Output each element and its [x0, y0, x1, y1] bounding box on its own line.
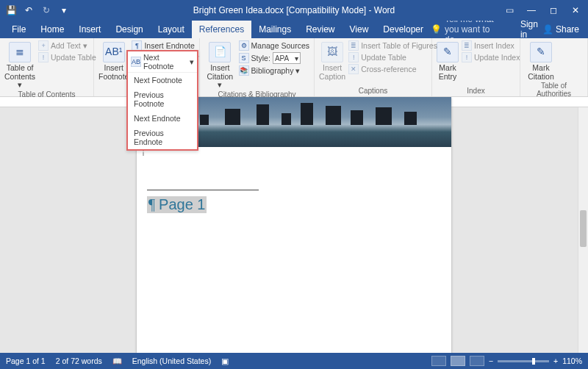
tab-file[interactable]: File — [4, 21, 33, 38]
update-tof-icon: ! — [348, 52, 359, 62]
next-footnote-icon: AB — [131, 57, 141, 67]
dropdown-selected[interactable]: ABNext Footnote ▾ — [128, 51, 197, 73]
mark-entry-icon: ✎ — [437, 42, 459, 62]
footnote-icon: AB¹ — [103, 42, 125, 62]
quick-access-toolbar: 💾 ↶ ↻ ▾ — [3, 2, 72, 18]
update-index-button[interactable]: !Update Index — [462, 52, 520, 62]
title-bar: 💾 ↶ ↻ ▾ Bright Green Idea.docx [Compatib… — [0, 0, 588, 21]
tab-insert[interactable]: Insert — [71, 21, 108, 38]
sign-in-link[interactable]: Sign in — [520, 19, 538, 40]
insert-tof-button[interactable]: ≣Insert Table of Figures — [348, 40, 437, 51]
status-page[interactable]: Page 1 of 1 — [6, 357, 46, 365]
status-language[interactable]: English (United States) — [132, 357, 211, 365]
group-index: ✎ Mark Entry ≣Insert Index !Update Index… — [432, 38, 520, 96]
zoom-level[interactable]: 110% — [562, 357, 582, 365]
close-icon[interactable]: ✕ — [566, 2, 585, 18]
tab-review[interactable]: Review — [298, 21, 342, 38]
view-web-layout[interactable] — [470, 356, 484, 366]
tab-developer[interactable]: Developer — [376, 21, 431, 38]
document-workspace: i ¶ Page 1 — [0, 97, 588, 353]
group-table-of-contents: ≣ Table of Contents ▾ +Add Text ▾ !Updat… — [0, 38, 94, 96]
zoom-in-button[interactable]: + — [553, 357, 558, 365]
group-captions: 🖼 Insert Caption ≣Insert Table of Figure… — [315, 38, 432, 96]
tof-icon: ≣ — [348, 40, 359, 51]
window-controls: ▭ — ◻ ✕ — [500, 2, 585, 18]
manage-sources-icon: ⚙ — [239, 40, 249, 51]
redo-icon[interactable]: ↻ — [38, 2, 54, 18]
footnote-separator — [147, 190, 259, 190]
group-label-captions: Captions — [319, 86, 427, 96]
tab-layout[interactable]: Layout — [151, 21, 192, 38]
share-button[interactable]: 👤 Share — [542, 24, 579, 35]
citation-style-select[interactable]: SStyle: APA▾ — [239, 52, 309, 64]
scroll-thumb[interactable] — [580, 210, 587, 247]
tab-references[interactable]: References — [192, 21, 251, 38]
qat-customize-icon[interactable]: ▾ — [56, 2, 72, 18]
table-of-contents-button[interactable]: ≣ Table of Contents ▾ — [4, 40, 35, 90]
view-read-mode[interactable] — [431, 356, 446, 366]
ribbon-options-icon[interactable]: ▭ — [500, 2, 519, 18]
insert-footnote-button[interactable]: AB¹ Insert Footnote — [98, 40, 129, 86]
tab-view[interactable]: View — [343, 21, 376, 38]
ribbon-tabs: File Home Insert Design Layout Reference… — [0, 21, 588, 38]
endnote-icon: ¶ — [132, 40, 142, 51]
style-icon: S — [239, 53, 249, 63]
toc-icon: ≣ — [9, 42, 31, 62]
minimize-icon[interactable]: — — [522, 2, 541, 18]
zoom-out-button[interactable]: − — [489, 357, 493, 365]
macro-icon[interactable]: ▣ — [221, 357, 229, 365]
add-text-button[interactable]: +Add Text ▾ — [38, 40, 96, 51]
bibliography-icon: 📚 — [239, 65, 249, 76]
mark-entry-button[interactable]: ✎ Mark Entry — [437, 40, 459, 86]
tab-mailings[interactable]: Mailings — [251, 21, 298, 38]
tab-design[interactable]: Design — [108, 21, 150, 38]
zoom-slider[interactable] — [498, 360, 549, 362]
next-footnote-dropdown: ABNext Footnote ▾ Next Footnote Previous… — [126, 50, 198, 151]
insert-endnote-button[interactable]: ¶Insert Endnote — [132, 40, 199, 51]
save-icon[interactable]: 💾 — [3, 2, 19, 18]
vertical-scrollbar[interactable] — [578, 107, 588, 353]
status-words[interactable]: 2 of 72 words — [56, 357, 102, 365]
insert-index-icon: ≣ — [462, 40, 472, 51]
group-footnotes: AB¹ Insert Footnote ¶Insert Endnote ABNe… — [94, 38, 200, 96]
caption-icon: 🖼 — [321, 42, 343, 62]
view-print-layout[interactable] — [451, 356, 465, 366]
window-title: Bright Green Idea.docx [Compatibility Mo… — [193, 5, 395, 15]
update-table-button[interactable]: !Update Table — [38, 52, 96, 62]
group-citations: 📄 Insert Citation ▾ ⚙Manage Sources SSty… — [200, 38, 315, 96]
mark-citation-icon: ✎ — [530, 42, 552, 62]
cross-ref-icon: ✕ — [348, 64, 359, 74]
update-tof-button[interactable]: !Update Table — [348, 52, 437, 62]
update-index-icon: ! — [462, 52, 472, 62]
cross-reference-button[interactable]: ✕Cross-reference — [348, 64, 437, 74]
mark-citation-button[interactable]: ✎ Mark Citation — [525, 40, 557, 81]
dropdown-previous-footnote[interactable]: Previous Footnote — [128, 87, 197, 111]
manage-sources-button[interactable]: ⚙Manage Sources — [239, 40, 309, 51]
dropdown-next-footnote[interactable]: Next Footnote — [128, 73, 197, 87]
citation-icon: 📄 — [209, 42, 231, 62]
maximize-icon[interactable]: ◻ — [544, 2, 563, 18]
style-dropdown[interactable]: APA▾ — [273, 52, 301, 64]
ribbon: ≣ Table of Contents ▾ +Add Text ▾ !Updat… — [0, 38, 588, 97]
insert-caption-button[interactable]: 🖼 Insert Caption — [319, 40, 345, 86]
tab-home[interactable]: Home — [33, 21, 71, 38]
bibliography-button[interactable]: 📚Bibliography ▾ — [239, 65, 309, 76]
add-text-icon: + — [38, 40, 49, 51]
page-number-text[interactable]: ¶ Page 1 — [147, 196, 207, 213]
status-bar: Page 1 of 1 2 of 72 words 📖 English (Uni… — [0, 353, 588, 369]
insert-index-button[interactable]: ≣Insert Index — [462, 40, 520, 51]
dropdown-next-endnote[interactable]: Next Endnote — [128, 111, 197, 126]
footnote-marker: i — [143, 150, 144, 157]
update-icon: ! — [38, 52, 49, 62]
spellcheck-icon[interactable]: 📖 — [112, 357, 122, 366]
group-table-of-authorities: ✎ Mark Citation Table of Authorities — [520, 38, 588, 96]
undo-icon[interactable]: ↶ — [21, 2, 37, 18]
dropdown-previous-endnote[interactable]: Previous Endnote — [128, 126, 197, 149]
group-label-index: Index — [437, 86, 515, 96]
insert-citation-button[interactable]: 📄 Insert Citation ▾ — [204, 40, 236, 90]
